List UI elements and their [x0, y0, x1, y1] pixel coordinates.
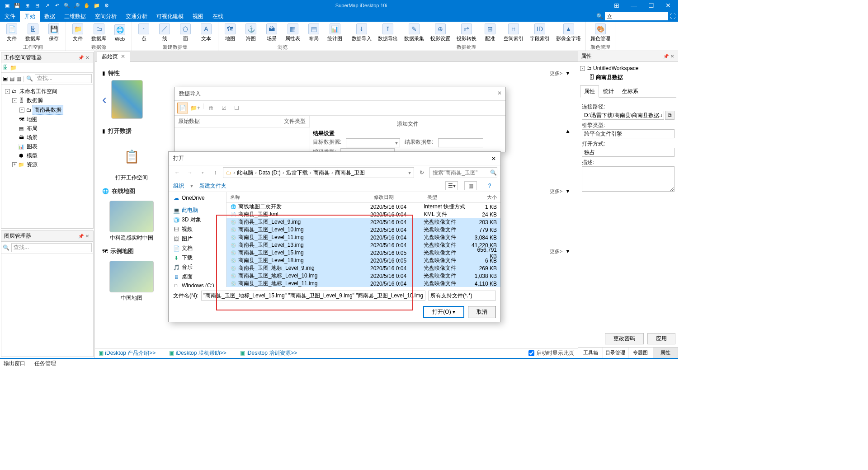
- maximize-button[interactable]: ☐: [643, 1, 659, 10]
- minimize-button[interactable]: —: [626, 1, 642, 10]
- col-name[interactable]: 名称: [226, 194, 370, 201]
- preview-button[interactable]: ▥: [464, 181, 477, 190]
- ribbon-影像金字塔[interactable]: ▲影像金字塔: [553, 23, 584, 43]
- tree-item[interactable]: ⬢模型: [3, 151, 91, 160]
- prop-tab[interactable]: 坐标系: [618, 85, 642, 97]
- filename-input[interactable]: [201, 291, 425, 301]
- crumb[interactable]: Data (D:): [259, 169, 281, 176]
- connpath-input[interactable]: [582, 111, 664, 120]
- change-password-button[interactable]: 更改密码: [605, 333, 644, 344]
- menu-视图[interactable]: 视图: [188, 11, 208, 22]
- ribbon-配准[interactable]: ⊞配准: [480, 23, 500, 43]
- folder-icon[interactable]: 📁: [93, 2, 100, 9]
- pin-icon[interactable]: 📌: [663, 53, 669, 60]
- open-button[interactable]: 打开(O) ▾: [423, 306, 464, 318]
- thumb[interactable]: 中国地图: [109, 261, 154, 302]
- ribbon-空间索引[interactable]: ⌗空间索引: [501, 23, 526, 43]
- tree-item[interactable]: +🗀商南县数据: [3, 105, 91, 115]
- ribbon-数据导出[interactable]: ⤒数据导出: [375, 23, 401, 43]
- tree-item[interactable]: -🗄数据源: [3, 96, 91, 105]
- pin-icon[interactable]: 📌: [78, 233, 84, 240]
- ribbon-数据库[interactable]: 🗄数据库: [23, 23, 43, 43]
- desc-input[interactable]: [582, 166, 675, 192]
- workspace-search[interactable]: 查找...: [35, 74, 92, 83]
- close-icon[interactable]: ✕: [669, 53, 675, 60]
- nav-item[interactable]: 🗀Windows (C:): [169, 282, 226, 287]
- target-ds-combo[interactable]: ▾: [346, 138, 400, 147]
- breadcrumb[interactable]: 🗀›此电脑›Data (D:)›迅雷下载›商南县›商南县_卫图▾: [223, 167, 414, 178]
- ribbon-场景[interactable]: 🏔场景: [262, 23, 282, 43]
- ribbon-文本[interactable]: A文本: [196, 23, 216, 43]
- file-row[interactable]: 💿商南县_卫图_地标_Level_9.img2020/5/16 0:04光盘映像…: [226, 264, 500, 272]
- ribbon-地图[interactable]: 🗺地图: [220, 23, 240, 43]
- file-row[interactable]: 💿商南县_卫图_Level_13.img2020/5/16 0:04光盘映像文件…: [226, 241, 500, 249]
- fullscreen-icon[interactable]: ⛶: [670, 13, 675, 19]
- settings-icon[interactable]: ⚙: [103, 2, 110, 9]
- ribbon-数据库[interactable]: 🗂数据库: [89, 23, 109, 43]
- icon[interactable]: ▥: [16, 75, 21, 82]
- prop-tab[interactable]: 统计: [599, 85, 618, 97]
- file-row[interactable]: 💿商南县_卫图_Level_18.img2020/5/16 0:05光盘映像文件…: [226, 257, 500, 264]
- prop-tree-child[interactable]: 🗄商南县数据: [580, 73, 676, 82]
- prop-tab[interactable]: 属性: [580, 85, 599, 98]
- nav-item[interactable]: ☁OneDrive: [169, 194, 226, 202]
- nav-pane[interactable]: ☁OneDrive💻此电脑🧊3D 对象🎞视频🖼图片📄文档⬇下载🎵音乐🖥桌面🗀Wi…: [169, 192, 226, 287]
- file-row[interactable]: 💿商南县_卫图_Level_15.img2020/5/16 0:05光盘映像文件…: [226, 249, 500, 257]
- file-list[interactable]: 🌐离线地图二次开发2020/5/16 0:04Internet 快捷方式1 KB…: [226, 203, 500, 287]
- search-input[interactable]: [605, 12, 668, 20]
- ribbon-颜色管理[interactable]: 🎨颜色管理: [588, 23, 613, 43]
- crumb[interactable]: 商南县: [313, 169, 330, 177]
- back-button[interactable]: ←: [172, 168, 182, 178]
- crumb[interactable]: 此电脑: [237, 169, 253, 177]
- ribbon-布局[interactable]: ▤布局: [304, 23, 324, 43]
- apply-button[interactable]: 应用: [647, 333, 675, 344]
- ribbon-文件[interactable]: 📄文件: [2, 23, 22, 43]
- uncheck-button[interactable]: ☐: [231, 103, 242, 113]
- tree-item[interactable]: 🏔场景: [3, 133, 91, 142]
- ribbon-统计图[interactable]: 📊统计图: [325, 23, 345, 43]
- task-manager-link[interactable]: 任务管理: [34, 360, 56, 367]
- file-row[interactable]: 🌐离线地图二次开发2020/5/16 0:04Internet 快捷方式1 KB: [226, 203, 500, 211]
- col-type[interactable]: 类型: [424, 194, 469, 201]
- file-row[interactable]: 💿商南县_卫图_地标_Level_11.img2020/5/16 0:04光盘映…: [226, 280, 500, 287]
- bottom-tab[interactable]: 目录管理: [603, 348, 628, 358]
- nav-item[interactable]: 📄文档: [169, 244, 226, 253]
- ribbon-属性表[interactable]: ▦属性表: [283, 23, 303, 43]
- qat-icon-2[interactable]: ⊟: [33, 2, 41, 9]
- qat-icon-3[interactable]: ↗: [43, 2, 51, 9]
- file-row[interactable]: 💿商南县_卫图_Level_9.img2020/5/16 0:04光盘映像文件2…: [226, 218, 500, 226]
- tree-item[interactable]: ▤布局: [3, 124, 91, 133]
- up-button[interactable]: ↑: [210, 168, 220, 178]
- menu-文件[interactable]: 文件: [0, 11, 20, 22]
- ribbon-点[interactable]: ᛫点: [134, 23, 154, 43]
- file-row[interactable]: 💿商南县_卫图_Level_10.img2020/5/16 0:04光盘映像文件…: [226, 226, 500, 234]
- bottom-tab[interactable]: 专题图: [628, 348, 653, 358]
- close-icon[interactable]: ✕: [84, 55, 90, 61]
- delete-button[interactable]: 🗑: [206, 103, 217, 113]
- nav-item[interactable]: 🎞视频: [169, 225, 226, 234]
- ribbon-海图[interactable]: ⚓海图: [241, 23, 261, 43]
- refresh-button[interactable]: ↻: [417, 168, 427, 178]
- link-help[interactable]: ▣ iDesktop 联机帮助>>: [169, 349, 226, 357]
- qat-icon-1[interactable]: ⊞: [24, 2, 31, 9]
- output-window-link[interactable]: 输出窗口: [4, 360, 25, 367]
- menu-在线[interactable]: 在线: [208, 11, 228, 22]
- icon[interactable]: ▤: [9, 75, 14, 82]
- col-size[interactable]: 大小: [469, 194, 500, 201]
- recent-button[interactable]: ▾: [198, 168, 208, 178]
- tree-item[interactable]: -🗂未命名工作空间: [3, 87, 91, 96]
- view-mode-button[interactable]: ☰▾: [445, 181, 458, 190]
- tree-item[interactable]: +📁资源: [3, 160, 91, 169]
- nav-item[interactable]: 💻此电脑: [169, 206, 226, 215]
- open-workspace-btn[interactable]: 📋打开工作空间: [109, 141, 154, 182]
- ribbon-投影设置[interactable]: ⊕投影设置: [428, 23, 453, 43]
- ribbon-面[interactable]: ⬠面: [175, 23, 195, 43]
- file-row[interactable]: 📄商南县_卫图.kml2020/5/16 0:04KML 文件24 KB: [226, 211, 500, 218]
- result-ds-input[interactable]: [438, 138, 483, 147]
- tree-item[interactable]: 📊图表: [3, 142, 91, 151]
- ribbon-数据采集[interactable]: ✎数据采集: [401, 23, 427, 43]
- link-intro[interactable]: ▣ iDesktop 产品介绍>>: [99, 349, 156, 357]
- ribbon-toggle-button[interactable]: ⊞: [609, 1, 625, 10]
- bottom-tab[interactable]: 属性: [653, 348, 678, 358]
- db-icon[interactable]: 🗄: [3, 65, 8, 71]
